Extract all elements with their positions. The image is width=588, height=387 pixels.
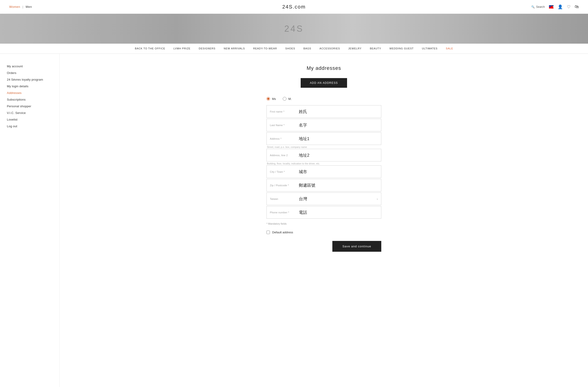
page-title: My addresses [74,65,574,71]
first-name-field: First name * [266,105,381,118]
sidebar-item-orders[interactable]: Orders [7,70,53,76]
men-link[interactable]: Men [26,5,32,8]
country-label: Taiwan [267,198,299,200]
main-layout: My account Orders 24 Sèvres loyalty prog… [0,54,588,387]
address2-input[interactable] [299,149,381,161]
search-label: Search [536,5,545,8]
city-input[interactable] [299,166,381,178]
city-label: City / Town * [267,170,299,173]
address2-hint: Building, floor, locality, indication to… [266,162,381,165]
address-form: Ms M. First name * Last Name * Address * [266,97,381,252]
wishlist-icon[interactable]: ♡ [567,4,570,9]
sidebar-item-my-account[interactable]: My account [7,63,53,70]
sidebar-item-personal-shopper[interactable]: Personal shopper [7,103,53,110]
hero-banner: 24S [0,14,588,44]
first-name-label: First name * [267,110,299,113]
gender-radio-group: Ms M. [266,97,381,101]
sidebar-item-subscriptions[interactable]: Subscriptions [7,96,53,103]
first-name-input[interactable] [299,105,381,118]
default-address-row: Default address [266,231,381,234]
ms-radio-label[interactable]: Ms [266,97,276,101]
address1-label: Address * [267,137,299,140]
cart-icon[interactable]: 🛍 [575,4,579,9]
zip-input[interactable] [299,179,381,191]
address1-hint: Street, road, p.o. box, company name [266,146,381,148]
default-address-checkbox[interactable] [266,231,270,234]
sidebar-item-addresses[interactable]: Addresses [7,90,53,96]
nav-lvmh-prize[interactable]: LVMH PRIZE [169,44,194,54]
content-area: My addresses Add an address Ms M. First … [60,54,588,387]
nav-sale[interactable]: SALE [442,44,457,54]
language-flag[interactable]: 🇹🇼 [549,5,554,8]
address2-field: Address, line 2 [266,149,381,162]
account-icon[interactable]: 👤 [558,4,563,9]
last-name-field: Last Name * [266,119,381,131]
mandatory-note: * Mandatory fields [266,222,381,225]
banner-logo: 24S [284,24,304,34]
nav-beauty[interactable]: BEAUTY [366,44,385,54]
header: Women | Men 24S.com 🔍 Search 🇹🇼 👤 ♡ 🛍 [0,0,588,14]
address2-label: Address, line 2 [267,154,299,157]
header-icons: 🔍 Search 🇹🇼 👤 ♡ 🛍 [531,4,579,9]
add-address-button[interactable]: Add an address [301,78,347,88]
nav-back-to-office[interactable]: BACK TO THE OFFICE [131,44,169,54]
phone-label: Phone number * [267,211,299,214]
nav-accessories[interactable]: ACCESSORIES [315,44,344,54]
zip-field: Zip / Postcode * [266,179,381,192]
nav-jewelry[interactable]: JEWELRY [344,44,366,54]
m-label: M. [288,97,292,101]
main-nav: BACK TO THE OFFICE LVMH PRIZE DESIGNERS … [0,44,588,54]
city-field: City / Town * [266,165,381,178]
phone-field: Phone number * [266,206,381,219]
nav-ultimates[interactable]: ULTIMATES [418,44,442,54]
country-input[interactable] [299,193,377,205]
women-link[interactable]: Women [9,5,20,8]
search-button[interactable]: 🔍 Search [531,5,545,8]
search-icon: 🔍 [531,5,535,8]
address1-input[interactable] [299,133,381,145]
ms-radio-input[interactable] [266,97,270,101]
sidebar-item-loyalty[interactable]: 24 Sèvres loyalty program [7,76,53,83]
country-arrow-icon: › [377,197,381,201]
country-field[interactable]: Taiwan › [266,192,381,205]
gender-divider: | [22,5,23,8]
nav-new-arrivals[interactable]: NEW ARRIVALS [220,44,249,54]
sidebar-item-login-details[interactable]: My login details [7,83,53,90]
nav-wedding-guest[interactable]: WEDDING GUEST [385,44,418,54]
ms-label: Ms [272,97,276,101]
last-name-label: Last Name * [267,124,299,126]
sidebar: My account Orders 24 Sèvres loyalty prog… [0,54,60,387]
save-continue-button[interactable]: Save and continue [332,241,381,252]
last-name-input[interactable] [299,119,381,131]
m-radio-input[interactable] [283,97,286,101]
sidebar-item-log-out[interactable]: Log out [7,123,53,130]
sidebar-item-lovelist[interactable]: Lovelist [7,116,53,123]
default-address-label: Default address [272,231,293,234]
address1-field: Address * [266,132,381,145]
nav-bags[interactable]: BAGS [299,44,315,54]
site-logo[interactable]: 24S.com [282,4,306,10]
phone-input[interactable] [299,206,381,218]
m-radio-label[interactable]: M. [283,97,292,101]
nav-shoes[interactable]: SHOES [281,44,299,54]
zip-label: Zip / Postcode * [267,184,299,187]
sidebar-item-vic-service[interactable]: V.I.C. Service [7,110,53,116]
nav-ready-to-wear[interactable]: READY-TO-WEAR [249,44,281,54]
gender-toggle: Women | Men [9,5,32,8]
nav-designers[interactable]: DESIGNERS [194,44,220,54]
